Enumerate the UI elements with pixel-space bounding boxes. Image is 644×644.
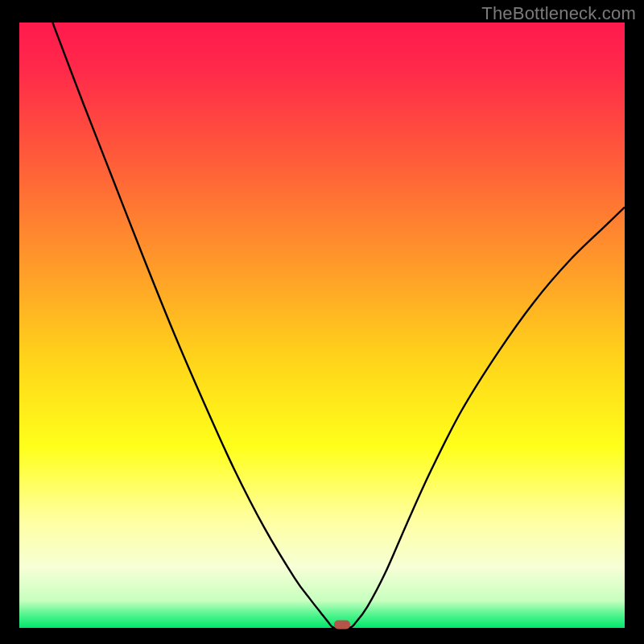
bottleneck-curve	[52, 23, 625, 628]
bottleneck-marker	[334, 621, 350, 630]
watermark-text: TheBottleneck.com	[481, 3, 636, 24]
curve-layer	[19, 23, 625, 628]
